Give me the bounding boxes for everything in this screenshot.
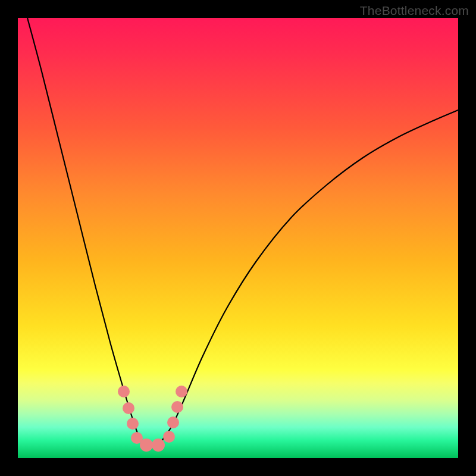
bottleneck-curve xyxy=(27,18,458,447)
salmon-cap-marker xyxy=(140,439,153,452)
chart-svg xyxy=(18,18,458,458)
marker-group xyxy=(118,386,187,452)
salmon-cap-marker xyxy=(171,401,183,413)
salmon-cap-marker xyxy=(152,439,165,452)
salmon-cap-marker xyxy=(123,402,134,414)
salmon-cap-marker xyxy=(163,431,175,443)
watermark-text: TheBottleneck.com xyxy=(360,4,469,18)
salmon-cap-marker xyxy=(118,386,130,397)
salmon-cap-marker xyxy=(127,418,139,430)
salmon-cap-marker xyxy=(176,386,187,397)
salmon-cap-marker xyxy=(167,416,179,428)
chart-frame xyxy=(18,18,458,458)
